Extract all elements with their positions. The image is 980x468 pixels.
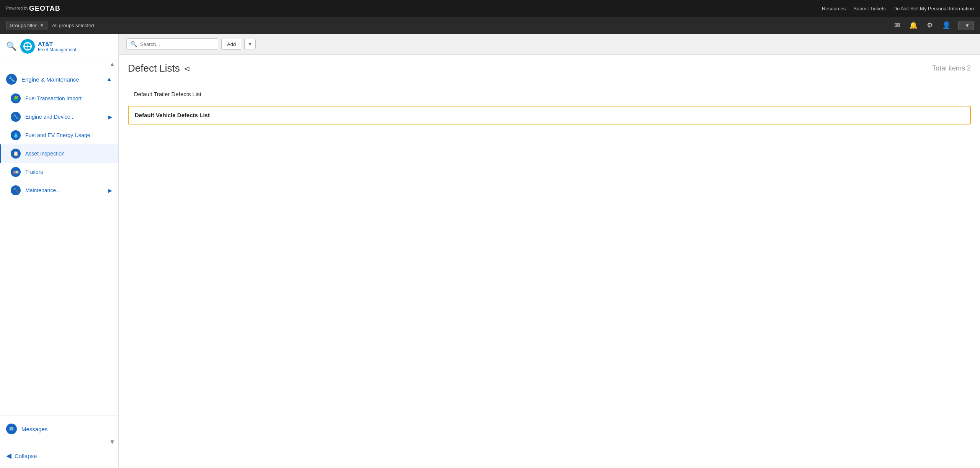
engine-maintenance-section: 🔧 Engine & Maintenance ▲ 🧩 Fuel Transact… [0,69,118,200]
sidebar-item-fuel-transaction-left: 🧩 Fuel Transaction Import [11,93,82,103]
brand-name-secondary: Fleet Management [38,47,76,52]
brand-name-primary: AT&T [38,41,76,47]
sidebar-item-trailers-left: 🚛 Trailers [11,167,43,177]
defect-item-vehicle[interactable]: Default Vehicle Defects List [128,106,971,124]
engine-device-arrow-icon: ▶ [108,114,112,120]
trailers-label: Trailers [25,169,43,175]
groups-filter-label: Groups filter [10,23,37,28]
att-logo-icon [20,39,35,54]
submit-tickets-link[interactable]: Submit Tickets [853,6,886,11]
geotab-brand-text: GEOTAB [29,5,60,13]
add-dropdown-button[interactable]: ▼ [244,39,256,49]
search-box-icon: 🔍 [131,41,137,47]
maintenance-label: Maintenance... [25,187,60,193]
engine-maintenance-header[interactable]: 🔧 Engine & Maintenance ▲ [0,69,118,89]
search-input[interactable] [140,41,214,47]
content-header: Defect Lists ⊲ Total items 2 [119,55,980,79]
asset-inspection-label: Asset Inspection [25,151,65,157]
collapse-label: Collapse [15,453,37,459]
collapse-row[interactable]: ◀ Collapse [0,447,118,464]
sidebar-search-icon[interactable]: 🔍 [6,41,16,51]
brand-logo: AT&T Fleet Management [20,39,76,54]
main-content: 🔍 Add ▼ Defect Lists ⊲ Total items 2 Def… [119,34,980,468]
content-body: Defect Lists ⊲ Total items 2 Default Tra… [119,55,980,468]
scroll-down-button[interactable]: ▼ [109,439,115,445]
engine-device-icon: 🔧 [11,112,21,122]
defect-list-items: Default Trailer Defects List Default Veh… [119,79,980,131]
engine-device-label: Engine and Device... [25,114,75,120]
maintenance-arrow-icon: ▶ [108,188,112,193]
asset-inspection-icon: 📋 [11,149,21,159]
att-circle-inner [23,42,32,51]
main-layout: 🔍 AT&T Fleet Management ▲ 🔧 Engine & Mai… [0,34,980,468]
maintenance-icon: 🔨 [11,185,21,195]
sidebar-item-fuel-ev[interactable]: 💧 Fuel and EV Energy Usage [0,126,118,144]
second-bar: Groups filter ▼ All groups selected ✉ 🔔 … [0,17,980,34]
messages-icon: ✉ [6,424,17,434]
groups-filter-button[interactable]: Groups filter ▼ [6,21,47,30]
mail-icon-button[interactable]: ✉ [893,20,902,31]
scroll-up-button[interactable]: ▲ [109,61,115,68]
page-title-row: Defect Lists ⊲ [128,62,190,74]
sidebar-items-list: 🧩 Fuel Transaction Import 🔧 Engine and D… [0,89,118,200]
powered-by-text: Powered by [6,6,28,11]
bookmark-icon[interactable]: ⊲ [184,64,190,73]
user-icon-button[interactable]: 👤 [941,20,952,31]
sidebar: 🔍 AT&T Fleet Management ▲ 🔧 Engine & Mai… [0,34,119,468]
sidebar-item-engine-device-left: 🔧 Engine and Device... [11,112,75,122]
do-not-sell-link[interactable]: Do Not Sell My Personal Information [893,6,974,11]
engine-section-arrow-icon: ▲ [106,76,112,83]
fuel-transaction-label: Fuel Transaction Import [25,95,82,101]
defect-item-trailer[interactable]: Default Trailer Defects List [128,85,971,103]
engine-section-label: Engine & Maintenance [21,76,79,83]
user-account-button[interactable]: ▼ [958,21,974,30]
sidebar-scroll-up-btn: ▲ [0,59,118,69]
fuel-ev-icon: 💧 [11,130,21,140]
sidebar-item-fuel-ev-left: 💧 Fuel and EV Energy Usage [11,130,90,140]
sidebar-scroll-down-container: ▼ [0,439,118,447]
add-button[interactable]: Add [221,39,241,50]
collapse-arrow-icon: ◀ [6,452,11,460]
page-title: Defect Lists [128,62,180,74]
geotab-logo: Powered by GEOTAB [6,5,60,13]
top-nav-bar: Powered by GEOTAB Resources Submit Ticke… [0,0,980,17]
all-groups-selected-text: All groups selected [52,23,94,28]
groups-filter-arrow-icon: ▼ [40,23,44,28]
engine-section-icon: 🔧 [6,74,17,85]
gear-icon-button[interactable]: ⚙ [925,20,934,31]
total-items-text: Total items 2 [932,64,971,72]
fuel-ev-label: Fuel and EV Energy Usage [25,132,90,138]
sidebar-item-asset-inspection-left: 📋 Asset Inspection [11,149,65,159]
engine-maintenance-title: 🔧 Engine & Maintenance [6,74,79,85]
user-account-arrow: ▼ [965,23,970,28]
defect-item-vehicle-label: Default Vehicle Defects List [135,112,210,118]
sidebar-item-messages[interactable]: ✉ Messages [0,419,118,439]
trailers-icon: 🚛 [11,167,21,177]
sidebar-header: 🔍 AT&T Fleet Management [0,34,118,59]
content-toolbar: 🔍 Add ▼ [119,34,980,55]
top-nav-right: Resources Submit Tickets Do Not Sell My … [822,6,974,11]
bell-icon-button[interactable]: 🔔 [908,20,919,31]
sidebar-bottom: ✉ Messages ▼ ◀ Collapse [0,415,118,468]
sidebar-item-maintenance-left: 🔨 Maintenance... [11,185,60,195]
defect-item-trailer-label: Default Trailer Defects List [134,91,201,97]
top-nav-left: Powered by GEOTAB [6,5,60,13]
groups-filter-container: Groups filter ▼ All groups selected [6,21,94,30]
sidebar-item-maintenance[interactable]: 🔨 Maintenance... ▶ [0,181,118,200]
resources-link[interactable]: Resources [822,6,846,11]
messages-label: Messages [21,426,47,432]
sidebar-item-trailers[interactable]: 🚛 Trailers [0,163,118,181]
sidebar-item-engine-device[interactable]: 🔧 Engine and Device... ▶ [0,108,118,126]
sidebar-item-asset-inspection[interactable]: 📋 Asset Inspection [0,144,118,163]
sidebar-item-fuel-transaction[interactable]: 🧩 Fuel Transaction Import [0,89,118,108]
brand-name-container: AT&T Fleet Management [38,41,76,52]
search-box[interactable]: 🔍 [126,38,218,50]
second-bar-right: ✉ 🔔 ⚙ 👤 ▼ [893,20,974,31]
fuel-transaction-icon: 🧩 [11,93,21,103]
